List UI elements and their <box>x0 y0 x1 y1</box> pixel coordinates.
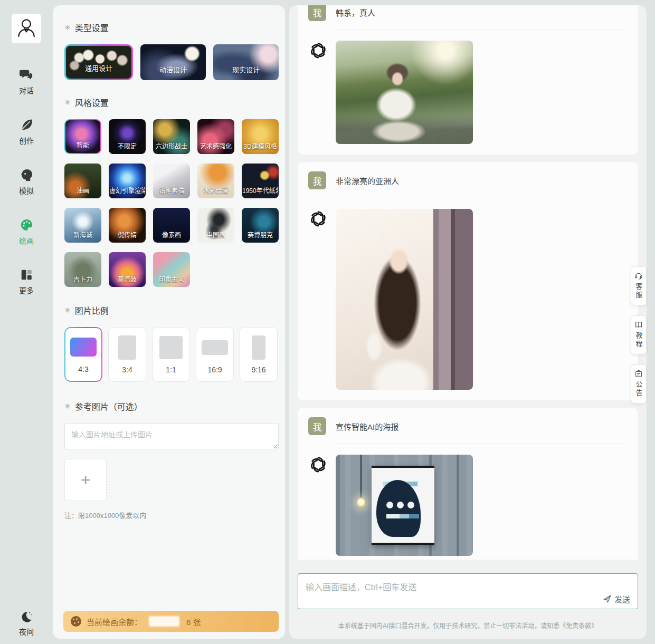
style-option[interactable]: 铅笔素描 <box>153 164 190 198</box>
style-option[interactable]: 像素画 <box>153 208 190 243</box>
head-silhouette <box>376 480 421 537</box>
prompt-input[interactable] <box>298 574 638 609</box>
ratio-label: 1:1 <box>166 366 176 374</box>
user-prompt: 韩系，真人 <box>336 7 375 18</box>
style-option-label: 1950年代纸浆 <box>242 186 278 195</box>
style-option[interactable]: 新海诚 <box>64 208 101 243</box>
style-option-label: 油画 <box>77 186 89 195</box>
asterisk-icon: ✳ <box>64 98 71 107</box>
style-option-label: 新海诚 <box>73 230 92 239</box>
style-option[interactable]: 虚幻引擎渲染 <box>109 164 146 198</box>
palette-badge-icon <box>71 616 81 627</box>
style-option[interactable]: 油画 <box>64 164 101 198</box>
message-list[interactable]: 我 韩系，真人 我 <box>289 5 647 560</box>
message-card: 我 韩系，真人 <box>298 5 638 155</box>
balance-prefix: 当前绘画余额： <box>87 616 142 627</box>
ratio-option-9-16[interactable]: 9:16 <box>240 327 278 382</box>
sidebar: 对话 创作 模拟 绘画 <box>0 0 53 644</box>
user-prompt: 宣传智能AI的海报 <box>336 421 398 432</box>
night-mode-toggle[interactable]: 夜间 <box>0 610 53 637</box>
ratio-section-header: ✳ 图片比例 <box>64 304 279 316</box>
gpt-logo-icon <box>308 455 328 475</box>
ratio-label: 4:3 <box>78 365 88 373</box>
ratio-option-3-4[interactable]: 3:4 <box>108 327 146 382</box>
style-options: 智能 不限定 六边形战士 艺术感强化 3D建模风格 油画 虚幻引擎渲染 铅笔素描… <box>64 119 279 287</box>
generated-image-korean-girl[interactable] <box>336 41 473 144</box>
style-option-label: 水彩绘画 <box>203 186 229 195</box>
type-options: 通用设计 动漫设计 现实设计 <box>64 44 279 80</box>
style-option-label: 印象主义 <box>159 274 184 283</box>
ratio-option-4-3[interactable]: 4:3 <box>65 328 101 381</box>
customer-service-button[interactable]: 客服 <box>631 266 647 305</box>
sidebar-item-label: 更多 <box>19 285 34 295</box>
style-option[interactable]: 中国画 <box>197 208 234 243</box>
floating-button-label: 客服 <box>635 283 642 300</box>
person-icon <box>15 17 37 40</box>
style-option[interactable]: 六边形战士 <box>153 119 190 154</box>
style-option-label: 铅笔素描 <box>159 186 184 195</box>
style-option[interactable]: 印象主义 <box>153 252 190 287</box>
chat-bubbles-icon <box>20 68 34 82</box>
style-option[interactable]: 3D建模风格 <box>242 119 279 154</box>
style-option[interactable]: 倪传婧 <box>109 208 146 243</box>
type-option-general[interactable]: 通用设计 <box>66 46 131 79</box>
ratio-option-16-9[interactable]: 16:9 <box>196 327 234 382</box>
bot-message-row <box>308 41 628 144</box>
announcement-button[interactable]: 公告 <box>631 364 647 403</box>
generated-image-asian-portrait[interactable] <box>336 209 473 390</box>
reference-section-header: ✳ 参考图片（可选） <box>64 400 279 412</box>
grid-squares-icon <box>20 268 33 282</box>
sidebar-item-simulate[interactable]: 模拟 <box>19 168 34 196</box>
balance-bar: 当前绘画余额：6 张 <box>63 611 279 632</box>
user-avatar-badge: 我 <box>308 5 326 21</box>
floating-button-label: 教程 <box>635 332 642 349</box>
send-button[interactable]: 发送 <box>603 593 630 604</box>
type-option-realistic[interactable]: 现实设计 <box>213 44 279 80</box>
style-option[interactable]: 蒸汽波 <box>109 252 146 287</box>
bot-message-row <box>308 455 628 556</box>
ratio-thumb <box>70 338 97 357</box>
asterisk-icon: ✳ <box>64 306 71 314</box>
style-option[interactable]: 1950年代纸浆 <box>242 164 279 198</box>
settings-panel: ✳ 类型设置 通用设计 动漫设计 现实设计 ✳ 风格设置 智能 不限定 六边形战… <box>53 5 285 639</box>
paper-plane-icon <box>603 594 612 603</box>
ratio-thumb <box>202 340 228 355</box>
sidebar-item-more[interactable]: 更多 <box>19 268 34 295</box>
sidebar-item-label: 创作 <box>19 135 34 146</box>
sidebar-nav: 对话 创作 模拟 绘画 <box>19 68 34 295</box>
user-avatar[interactable] <box>12 14 41 43</box>
type-option-anime[interactable]: 动漫设计 <box>140 44 206 80</box>
sidebar-item-create[interactable]: 创作 <box>19 118 34 146</box>
poster-bar <box>386 514 419 518</box>
message-card: 我 非常漂亮的亚洲人 <box>298 162 638 400</box>
style-option[interactable]: 赛博朋克 <box>242 208 279 243</box>
user-prompt: 非常漂亮的亚洲人 <box>336 175 399 186</box>
style-option[interactable]: 智能 <box>65 120 100 153</box>
ratio-option-1-1[interactable]: 1:1 <box>152 327 190 382</box>
style-option[interactable]: 水彩绘画 <box>197 164 234 198</box>
tutorial-button[interactable]: 教程 <box>631 315 647 354</box>
style-option[interactable]: 艺术感强化 <box>197 119 234 154</box>
asterisk-icon: ✳ <box>64 402 71 410</box>
style-option-label: 赛博朋克 <box>248 230 273 239</box>
chat-panel: 我 韩系，真人 我 <box>289 5 647 639</box>
bot-message-row <box>308 209 628 390</box>
floating-button-label: 公告 <box>635 381 642 398</box>
generated-image-ai-poster[interactable] <box>336 455 473 556</box>
lamp-cord <box>360 455 362 499</box>
sidebar-item-draw[interactable]: 绘画 <box>19 218 34 246</box>
sidebar-item-chat[interactable]: 对话 <box>19 68 34 95</box>
sidebar-item-label: 对话 <box>19 85 34 95</box>
upload-image-button[interactable]: + <box>64 459 107 501</box>
style-option-label: 像素画 <box>162 230 181 239</box>
ratio-thumb <box>159 336 183 359</box>
send-label: 发送 <box>614 593 630 604</box>
style-option-label: 蒸汽波 <box>118 274 137 283</box>
type-option-label: 现实设计 <box>232 64 260 74</box>
ratio-options: 4:3 3:4 1:1 16:9 9:16 <box>64 327 279 382</box>
prompt-input-box: 发送 <box>298 573 638 609</box>
style-option[interactable]: 吉卜力 <box>64 252 101 287</box>
reference-url-input[interactable] <box>64 423 279 449</box>
palette-icon <box>20 218 34 232</box>
style-option[interactable]: 不限定 <box>109 119 146 154</box>
